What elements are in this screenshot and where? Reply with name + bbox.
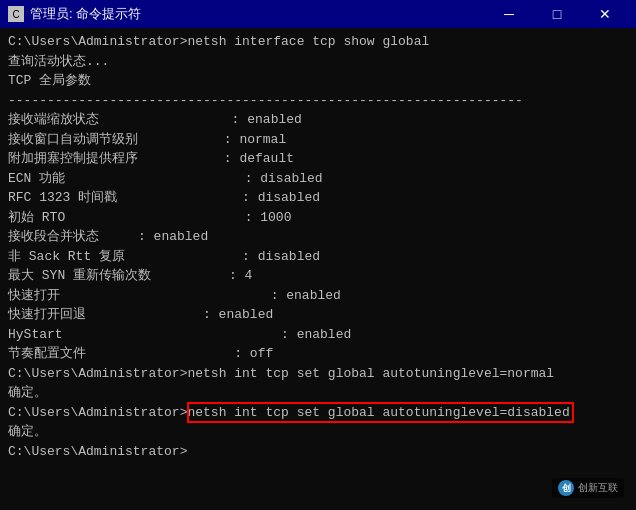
minimize-button[interactable]: ─ <box>486 0 532 28</box>
terminal-line: 接收段合并状态 : enabled <box>8 227 628 247</box>
terminal-line: HyStart : enabled <box>8 325 628 345</box>
terminal-line: 快速打开回退 : enabled <box>8 305 628 325</box>
terminal-body: C:\Users\Administrator>netsh interface t… <box>0 28 636 510</box>
terminal-line: 快速打开 : enabled <box>8 286 628 306</box>
terminal-line: TCP 全局参数 <box>8 71 628 91</box>
terminal-line: ----------------------------------------… <box>8 91 628 111</box>
terminal-line: 最大 SYN 重新传输次数 : 4 <box>8 266 628 286</box>
app-icon: C <box>8 6 24 22</box>
titlebar-title: 管理员: 命令提示符 <box>30 5 141 23</box>
maximize-button[interactable]: □ <box>534 0 580 28</box>
watermark-logo: 创 <box>558 480 574 496</box>
terminal-line: 确定。 <box>8 422 628 442</box>
watermark-text: 创新互联 <box>578 481 618 495</box>
terminal-line: 非 Sack Rtt 复原 : disabled <box>8 247 628 267</box>
titlebar: C 管理员: 命令提示符 ─ □ ✕ <box>0 0 636 28</box>
terminal-line: ECN 功能 : disabled <box>8 169 628 189</box>
titlebar-controls: ─ □ ✕ <box>486 0 628 28</box>
terminal-line: 查询活动状态... <box>8 52 628 72</box>
terminal-line: C:\Users\Administrator>netsh int tcp set… <box>8 364 628 384</box>
terminal-line: 附加拥塞控制提供程序 : default <box>8 149 628 169</box>
terminal-line: C:\Users\Administrator>netsh interface t… <box>8 32 628 52</box>
terminal-line: 节奏配置文件 : off <box>8 344 628 364</box>
terminal-line: 初始 RTO : 1000 <box>8 208 628 228</box>
terminal-line: RFC 1323 时间戳 : disabled <box>8 188 628 208</box>
close-button[interactable]: ✕ <box>582 0 628 28</box>
terminal-line: 接收端缩放状态 : enabled <box>8 110 628 130</box>
terminal-line: C:\Users\Administrator> <box>8 442 628 462</box>
watermark: 创 创新互联 <box>552 478 624 498</box>
titlebar-left: C 管理员: 命令提示符 <box>8 5 141 23</box>
terminal-line: C:\Users\Administrator>netsh int tcp set… <box>8 403 628 423</box>
terminal-line: 接收窗口自动调节级别 : normal <box>8 130 628 150</box>
terminal-line: 确定。 <box>8 383 628 403</box>
